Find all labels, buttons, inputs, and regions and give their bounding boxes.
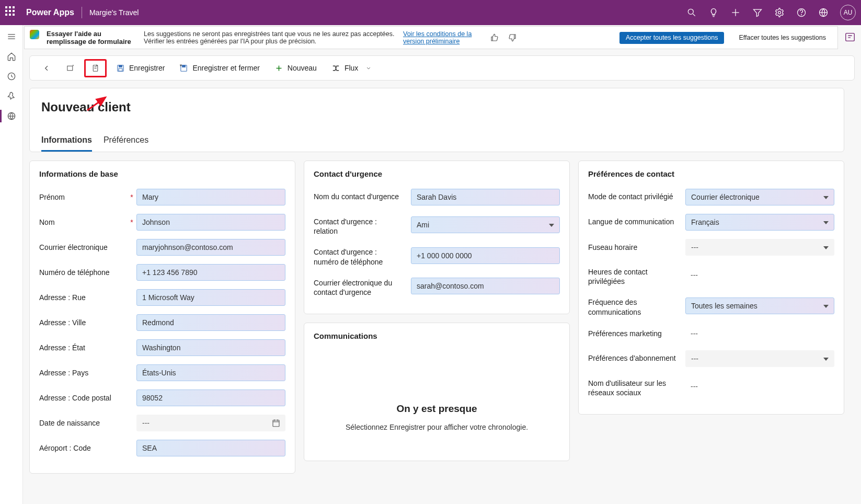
label-phone: Numéro de téléphone <box>39 268 127 277</box>
clear-all-suggestions-button[interactable]: Effacer toutes les suggestions <box>732 32 832 44</box>
thumbs-down-icon[interactable] <box>508 33 517 42</box>
select-contact-mode[interactable]: Courrier électronique <box>685 189 834 205</box>
flow-button[interactable]: Flux <box>326 61 377 76</box>
tab-informations[interactable]: Informations <box>41 135 92 152</box>
divider <box>82 7 82 18</box>
section-communications: Communications On y est presque Sélectio… <box>304 323 570 461</box>
label-subscription: Préférences d'abonnement <box>588 350 676 363</box>
label-ec-name: Nom du contact d'urgence <box>314 189 401 201</box>
section-title: Contact d'urgence <box>314 169 560 178</box>
svg-rect-14 <box>846 33 855 41</box>
input-country[interactable]: États-Unis <box>136 364 285 381</box>
select-ec-relation[interactable]: Ami <box>411 216 560 233</box>
svg-line-25 <box>87 97 106 110</box>
search-icon[interactable] <box>686 7 697 18</box>
section-emergency-contact: Contact d'urgence Nom du contact d'urgen… <box>304 161 570 314</box>
label-comm-frequency: Fréquence des communications <box>588 294 676 316</box>
menu-icon[interactable] <box>6 31 17 42</box>
thumbs-up-icon[interactable] <box>490 33 499 42</box>
input-street[interactable]: 1 Microsoft Way <box>136 289 285 306</box>
label-country: Adresse : Pays <box>39 369 127 377</box>
form-tabs: Informations Préférences <box>41 135 832 152</box>
form-fill-assist-button[interactable] <box>84 59 107 77</box>
input-social-username[interactable]: --- <box>685 378 834 395</box>
input-email[interactable]: maryjohnson@contoso.com <box>136 239 285 256</box>
accept-all-suggestions-button[interactable]: Accepter toutes les suggestions <box>619 32 725 44</box>
command-bar: Enregistrer Enregistrer et fermer Nouvea… <box>29 55 855 81</box>
new-label: Nouveau <box>288 64 317 72</box>
section-title: Préférences de contact <box>588 169 834 178</box>
input-airport[interactable]: SEA <box>136 440 285 456</box>
svg-rect-18 <box>119 65 122 67</box>
svg-rect-15 <box>67 66 73 71</box>
input-ec-phone[interactable]: +1 000 000 0000 <box>411 247 560 264</box>
timeline-heading: On y est presque <box>324 403 549 415</box>
section-title: Communications <box>314 331 560 340</box>
select-timezone[interactable]: --- <box>685 239 834 256</box>
label-ec-email: Courrier électronique du contact d'urgen… <box>314 275 401 297</box>
required-indicator: * <box>129 218 134 226</box>
input-firstname[interactable]: Mary <box>136 189 285 205</box>
dob-value: --- <box>142 419 150 427</box>
input-zip[interactable]: 98052 <box>136 390 285 406</box>
label-lastname: Nom <box>39 218 127 226</box>
user-avatar[interactable]: AU <box>840 5 856 20</box>
label-airport: Aéroport : Code <box>39 444 127 452</box>
app-launcher-icon[interactable] <box>5 6 18 19</box>
label-contact-hours: Heures de contact privilégiées <box>588 264 676 286</box>
required-indicator: * <box>129 193 134 201</box>
back-button[interactable] <box>37 61 56 76</box>
section-title: Informations de base <box>39 169 285 178</box>
copilot-pane-icon[interactable] <box>844 31 856 43</box>
copilot-icon <box>30 30 39 39</box>
calendar-icon[interactable] <box>271 418 281 428</box>
preview-terms-link[interactable]: Voir les conditions de la version prélim… <box>403 30 481 45</box>
save-label: Enregistrer <box>129 64 165 72</box>
svg-rect-19 <box>119 68 122 71</box>
label-ec-phone: Contact d'urgence : numéro de téléphone <box>314 244 401 266</box>
label-timezone: Fuseau horaire <box>588 243 676 251</box>
save-button[interactable]: Enregistrer <box>111 61 170 76</box>
label-state: Adresse : État <box>39 343 127 352</box>
open-new-window-button[interactable] <box>61 61 80 76</box>
settings-icon[interactable] <box>774 7 785 18</box>
label-firstname: Prénom <box>39 193 127 201</box>
flow-label: Flux <box>345 64 358 72</box>
svg-line-1 <box>693 14 695 16</box>
input-lastname[interactable]: Johnson <box>136 214 285 231</box>
svg-rect-21 <box>182 65 186 67</box>
pin-icon[interactable] <box>6 91 17 101</box>
annotation-arrow <box>85 95 111 113</box>
copilot-suggestion-banner: Essayer l'aide au remplissage de formula… <box>24 26 838 49</box>
input-marketing[interactable]: --- <box>685 325 834 342</box>
label-ec-relation: Contact d'urgence : relation <box>314 214 401 236</box>
input-contact-hours[interactable]: --- <box>685 267 834 283</box>
svg-point-7 <box>801 15 802 15</box>
section-contact-preferences: Préférences de contact Mode de contact p… <box>578 161 844 415</box>
share-icon[interactable] <box>818 7 829 18</box>
select-language[interactable]: Français <box>685 214 834 231</box>
input-city[interactable]: Redmond <box>136 314 285 331</box>
label-social-username: Nom d'utilisateur sur les réseaux sociau… <box>588 375 676 397</box>
select-comm-frequency[interactable]: Toutes les semaines <box>685 297 834 314</box>
label-email: Courrier électronique <box>39 243 127 251</box>
lightbulb-icon[interactable] <box>708 7 719 18</box>
tab-preferences[interactable]: Préférences <box>104 135 148 152</box>
add-icon[interactable] <box>730 7 741 18</box>
help-icon[interactable] <box>796 7 807 18</box>
recent-icon[interactable] <box>6 71 17 82</box>
environment-label: Margie's Travel <box>89 8 139 17</box>
input-ec-email[interactable]: sarah@contoso.com <box>411 278 560 294</box>
svg-point-5 <box>778 12 781 14</box>
input-phone[interactable]: +1 123 456 7890 <box>136 264 285 281</box>
input-state[interactable]: Washington <box>136 339 285 356</box>
select-subscription[interactable]: --- <box>685 350 834 367</box>
banner-title: Essayer l'aide au remplissage de formula… <box>47 30 135 45</box>
save-and-close-button[interactable]: Enregistrer et fermer <box>174 61 265 76</box>
input-dob[interactable]: --- <box>136 415 285 431</box>
input-ec-name[interactable]: Sarah Davis <box>411 189 560 205</box>
globe-data-icon[interactable] <box>6 111 17 121</box>
home-icon[interactable] <box>6 51 17 62</box>
new-button[interactable]: Nouveau <box>269 61 322 76</box>
filter-icon[interactable] <box>752 7 763 18</box>
